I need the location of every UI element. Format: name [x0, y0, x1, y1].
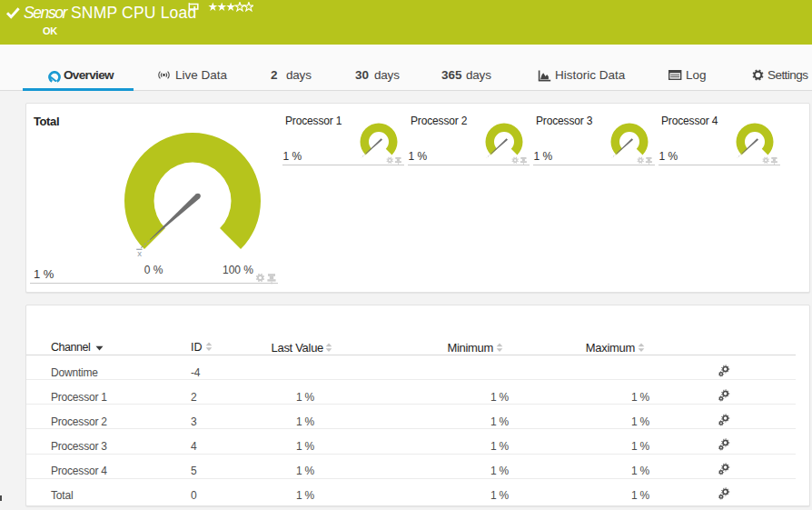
svg-text:x: x [137, 248, 142, 258]
